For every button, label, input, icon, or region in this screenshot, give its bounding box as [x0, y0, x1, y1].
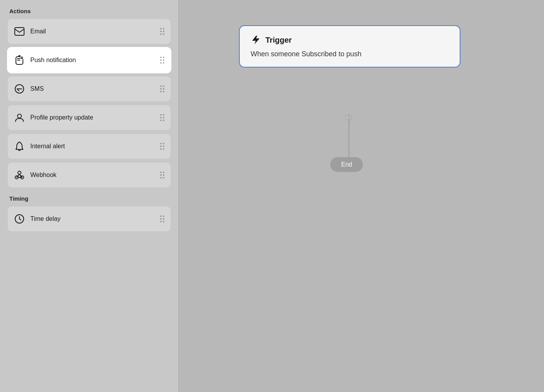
lightning-icon — [250, 35, 261, 45]
bell-icon — [14, 141, 25, 152]
drag-handle-profile — [160, 114, 164, 121]
drag-handle-email — [160, 28, 164, 35]
time-delay-label: Time delay — [30, 215, 160, 222]
email-icon — [14, 26, 25, 37]
clock-icon — [14, 213, 25, 224]
sidebar: Actions Email Push notificati — [0, 0, 179, 392]
drag-handle-time-delay — [160, 215, 164, 222]
profile-property-update-label: Profile property update — [30, 114, 160, 121]
svg-rect-0 — [15, 28, 24, 35]
sidebar-item-email[interactable]: Email — [8, 19, 171, 44]
workflow-canvas[interactable]: Trigger When someone Subscribed to push … — [179, 0, 544, 392]
sidebar-item-profile-property-update[interactable]: Profile property update — [8, 105, 171, 130]
timing-section-label: Timing — [8, 195, 171, 202]
webhook-icon — [14, 170, 25, 180]
sms-icon — [14, 83, 25, 94]
trigger-card[interactable]: Trigger When someone Subscribed to push — [239, 25, 460, 68]
timing-section: Timing Time delay — [8, 195, 171, 231]
internal-alert-label: Internal alert — [30, 143, 160, 150]
trigger-description: When someone Subscribed to push — [251, 50, 450, 58]
email-label: Email — [30, 28, 160, 35]
svg-point-10 — [17, 114, 21, 118]
drag-handle-sms — [160, 85, 164, 92]
trigger-header: Trigger — [250, 35, 450, 45]
profile-icon — [14, 112, 25, 123]
push-notification-icon — [14, 55, 25, 66]
drag-handle-internal-alert — [160, 143, 164, 150]
drag-handle-push — [160, 57, 164, 64]
push-notification-label: Push notification — [30, 57, 160, 64]
sidebar-item-sms[interactable]: SMS — [8, 76, 171, 101]
sidebar-item-push-notification[interactable]: Push notification — [8, 48, 171, 73]
sidebar-item-webhook[interactable]: Webhook — [8, 163, 171, 187]
connector-line — [349, 114, 349, 159]
end-node[interactable]: End — [330, 157, 363, 172]
drag-handle-webhook — [160, 172, 164, 179]
svg-point-13 — [18, 171, 21, 174]
actions-section-label: Actions — [8, 8, 171, 14]
trigger-title: Trigger — [265, 36, 292, 45]
sidebar-item-time-delay[interactable]: Time delay — [8, 206, 171, 231]
svg-rect-5 — [17, 60, 20, 61]
sidebar-item-internal-alert[interactable]: Internal alert — [8, 134, 171, 159]
sms-label: SMS — [30, 85, 160, 92]
webhook-label: Webhook — [30, 172, 160, 179]
